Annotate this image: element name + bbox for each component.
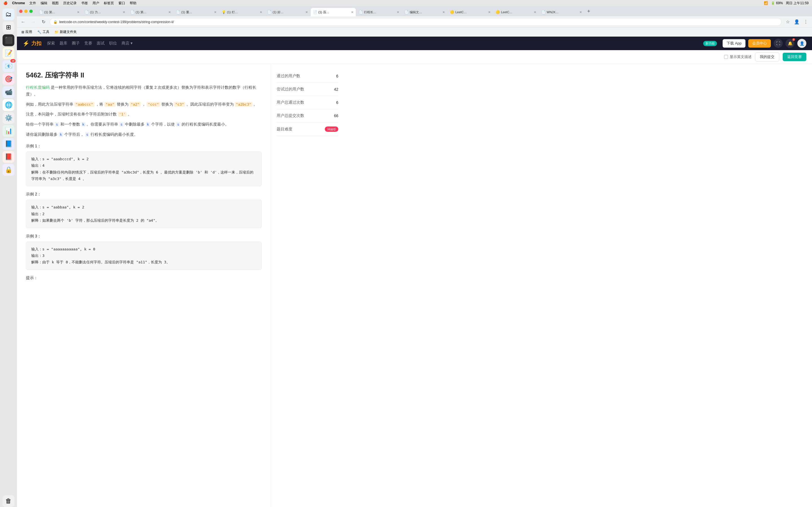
tab-2[interactable]: 📄 (1) 力… ✕	[82, 8, 128, 16]
download-app-button[interactable]: 下载 App	[723, 39, 746, 48]
rle-link[interactable]: 行程长度编码	[26, 85, 50, 90]
menu-user[interactable]: 用户	[93, 1, 99, 6]
lc-logo[interactable]: ⚡ 力扣	[22, 40, 42, 47]
dock-chrome[interactable]: 🌐	[3, 99, 14, 111]
dock-powerpoint[interactable]: 📕	[3, 151, 14, 163]
more-button[interactable]: ⋮	[802, 18, 810, 26]
code-1: '1'	[118, 112, 126, 117]
tab-4[interactable]: 📄 (1) 重… ✕	[174, 8, 219, 16]
bookmark-new-folder[interactable]: 📁 新建文件夹	[52, 29, 79, 35]
notification-button[interactable]: 🔔 1	[785, 39, 795, 48]
tab-3[interactable]: 📄 (1) 第… ✕	[128, 8, 173, 16]
dock-zoom[interactable]: 📹	[3, 86, 14, 98]
tab-8-favicon: 📄	[359, 10, 363, 14]
tab-1[interactable]: 📄 (1) 第… ✕	[37, 8, 82, 16]
tab-3-close[interactable]: ✕	[168, 10, 171, 14]
bookmark-apps[interactable]: ⊞ 应用	[19, 29, 35, 35]
stat-row-2: 尝试过的用户数 42	[276, 83, 338, 96]
apple-menu[interactable]: 🍎	[3, 1, 8, 5]
menu-tabs[interactable]: 标签页	[104, 1, 114, 6]
nav-discuss[interactable]: 圈子	[72, 41, 80, 46]
stat-value-2: 42	[334, 87, 338, 92]
dock-launchpad[interactable]: ⊞	[3, 21, 14, 33]
minimize-button[interactable]	[24, 10, 28, 13]
menu-file[interactable]: 文件	[29, 1, 36, 6]
tab-10[interactable]: 🟡 LeetC… ✕	[448, 8, 493, 16]
tab-6-close[interactable]: ✕	[305, 10, 308, 14]
code-aabccc: "aabccc"	[74, 102, 94, 107]
menu-bookmarks[interactable]: 书签	[81, 1, 88, 6]
bookmark-tools[interactable]: 🔧 工具	[35, 29, 52, 35]
tab-5-close[interactable]: ✕	[260, 10, 262, 14]
tab-5-title: (1) 灯…	[227, 10, 259, 14]
dock-focus[interactable]: 🎯	[3, 73, 14, 85]
back-button[interactable]: ←	[19, 18, 27, 26]
bookmark-star[interactable]: ☆	[784, 18, 792, 26]
tab-9-close[interactable]: ✕	[442, 10, 445, 14]
tab-7-close[interactable]: ✕	[351, 10, 354, 14]
tab-9[interactable]: 📄 编辑文… ✕	[402, 8, 447, 16]
forward-button[interactable]: →	[29, 18, 37, 26]
stat-label-5: 题目难度	[276, 127, 292, 132]
dock-notes[interactable]: 📝	[3, 47, 14, 59]
tab-12[interactable]: 📄 WNJX… ✕	[539, 8, 584, 16]
dock-excel[interactable]: 📊	[3, 125, 14, 137]
show-en-checkbox[interactable]	[724, 55, 728, 59]
reload-button[interactable]: ↻	[40, 18, 47, 26]
dock-vpn[interactable]: 🔒	[3, 164, 14, 176]
tab-9-favicon: 📄	[404, 10, 409, 14]
tab-12-close[interactable]: ✕	[579, 10, 582, 14]
dock-terminal[interactable]: ⬛	[3, 34, 14, 46]
tab-11[interactable]: 🟡 LeetC… ✕	[493, 8, 539, 16]
maximize-button[interactable]	[29, 10, 33, 13]
my-submit-button[interactable]: 我的提交	[755, 52, 779, 61]
tab-10-close[interactable]: ✕	[488, 10, 491, 14]
var-k-1: k	[81, 122, 86, 127]
top-row: 📄 (1) 第… ✕ 📄 (1) 力… ✕ 📄 (1) 第… ✕ 📄 (1) 重…	[17, 6, 812, 16]
screen-button[interactable]: ⛶	[774, 39, 783, 48]
dock-outlook[interactable]: 📧 19	[3, 60, 14, 72]
nav-interview[interactable]: 面试	[97, 41, 105, 46]
dock-settings[interactable]: ⚙️	[3, 112, 14, 124]
nav-explore[interactable]: 探索	[47, 41, 55, 46]
avatar[interactable]: 👤	[797, 39, 806, 48]
close-button[interactable]	[19, 10, 22, 13]
tab-1-title: (1) 第…	[44, 10, 76, 14]
show-english-toggle[interactable]: 显示英文描述	[724, 54, 752, 59]
new-tab-button[interactable]: +	[585, 7, 593, 15]
tab-7-title: (1) 压…	[318, 10, 350, 14]
address-bar[interactable]: 🔒 leetcode-cn.com/contest/weekly-contest…	[50, 18, 781, 26]
member-center-button[interactable]: 会员中心	[748, 39, 771, 48]
tab-3-favicon: 📄	[130, 10, 135, 14]
tab-8[interactable]: 📄 行程长… ✕	[356, 8, 402, 16]
dock-word[interactable]: 📘	[3, 138, 14, 150]
nav-problems[interactable]: 题库	[59, 41, 67, 46]
menu-view[interactable]: 视图	[52, 1, 59, 6]
stat-label-2: 尝试过的用户数	[276, 87, 304, 92]
tab-5[interactable]: 💡 (1) 灯… ✕	[219, 8, 264, 16]
account-button[interactable]: 👤	[793, 18, 801, 26]
nav-jobs[interactable]: 职位	[109, 41, 117, 46]
tab-10-title: LeetC…	[455, 10, 487, 14]
stat-row-4: 用户总提交次数 66	[276, 109, 338, 122]
return-contest-button[interactable]: 返回竞赛	[783, 53, 806, 61]
tab-4-close[interactable]: ✕	[214, 10, 216, 14]
dock-finder[interactable]: 🗂	[3, 8, 14, 20]
tab-2-close[interactable]: ✕	[123, 10, 125, 14]
clock: 周日 上午11:59	[786, 1, 809, 6]
nav-contest[interactable]: 竞赛	[84, 41, 92, 46]
macos-menubar: 🍎 Chrome 文件 编辑 视图 历史记录 书签 用户 标签页 窗口 帮助 📶…	[0, 0, 812, 6]
tab-1-close[interactable]: ✕	[77, 10, 80, 14]
tab-6[interactable]: 📄 (1) 好… ✕	[265, 8, 310, 16]
menu-edit[interactable]: 编辑	[41, 1, 47, 6]
var-s-4: s	[85, 132, 90, 137]
nav-store[interactable]: 商店 ▾	[121, 41, 133, 46]
menu-history[interactable]: 历史记录	[63, 1, 77, 6]
url-text: leetcode-cn.com/contest/weekly-contest-1…	[59, 20, 778, 24]
menu-help[interactable]: 帮助	[130, 1, 137, 6]
tab-8-close[interactable]: ✕	[397, 10, 399, 14]
dock-trash[interactable]: 🗑	[3, 495, 14, 507]
menu-window[interactable]: 窗口	[118, 1, 125, 6]
tab-11-close[interactable]: ✕	[534, 10, 536, 14]
tab-7[interactable]: 📄 (1) 压… ✕	[311, 8, 356, 16]
